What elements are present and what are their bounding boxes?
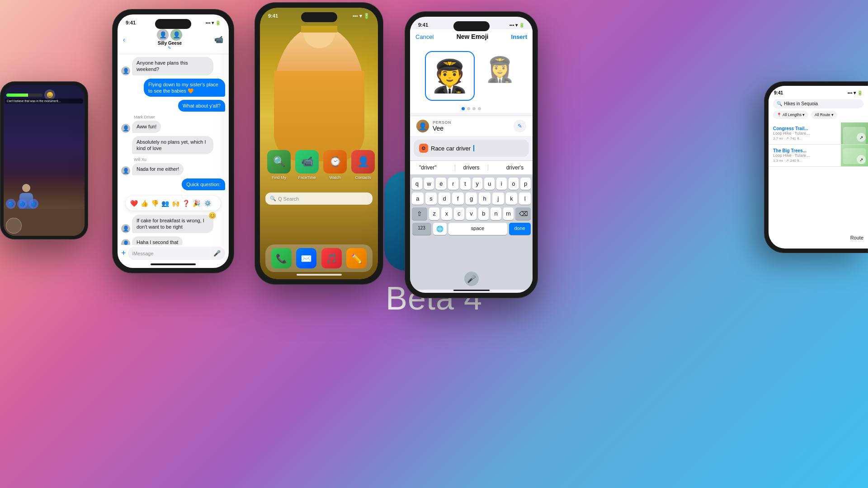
watch-icon: ⌚ xyxy=(323,150,347,174)
maps-search-bar[interactable]: 🔍 Hikes in Sequoia xyxy=(773,99,863,108)
sender-label: Mark Driver xyxy=(121,115,225,119)
autocorrect-driver-quoted[interactable]: "driver" xyxy=(419,164,437,171)
home-indicator xyxy=(297,274,342,276)
key-x[interactable]: x xyxy=(441,207,452,220)
emoji-text-input[interactable]: ⚙ Race car driver xyxy=(414,140,529,157)
key-m[interactable]: m xyxy=(503,207,514,220)
key-e[interactable]: e xyxy=(436,178,446,190)
video-call-btn[interactable]: 📹 xyxy=(214,35,223,44)
dock-pages[interactable]: ✏️ xyxy=(346,248,367,268)
key-q[interactable]: q xyxy=(412,178,422,190)
maps-phone: 9:41 ▪▪▪ ▾ 🔋 🔍 Hikes in Sequoia 📍 All Le… xyxy=(764,81,868,253)
messages-input[interactable]: iMessage 🎤 xyxy=(128,247,225,260)
app-icon-watch[interactable]: ⌚ Watch xyxy=(323,150,347,180)
key-a[interactable]: a xyxy=(412,192,424,205)
key-v[interactable]: v xyxy=(466,207,476,220)
key-p[interactable]: p xyxy=(520,178,531,190)
key-b[interactable]: b xyxy=(478,207,489,220)
dock-mail[interactable]: ✉️ xyxy=(296,248,316,268)
key-delete[interactable]: ⌫ xyxy=(515,207,531,220)
tapback-haha[interactable]: 👥 xyxy=(161,200,169,207)
key-n[interactable]: n xyxy=(491,207,501,220)
messages-back-btn[interactable]: ‹ xyxy=(123,36,125,43)
emoji-option-alt[interactable]: 👩‍✈️ xyxy=(482,51,518,87)
trail-item-1[interactable]: Congress Trail... Loop Hike · Tulare... … xyxy=(769,122,868,145)
key-t[interactable]: t xyxy=(460,178,471,190)
key-c[interactable]: c xyxy=(454,207,464,220)
key-i[interactable]: i xyxy=(496,178,507,190)
length-filter-label: All Lengths xyxy=(783,113,802,117)
message-bubble-sent: What about y'all? xyxy=(178,100,225,112)
key-o[interactable]: o xyxy=(509,178,519,190)
tapback-question[interactable]: ❓ xyxy=(182,200,190,207)
emoji-option-selected[interactable]: 🧑‍✈️ xyxy=(425,51,475,101)
tapback-thumbsdown[interactable]: 👎 xyxy=(151,200,159,207)
key-h[interactable]: h xyxy=(479,192,491,205)
key-globe[interactable]: 🌐 xyxy=(433,223,447,235)
key-shift[interactable]: ⇧ xyxy=(412,207,427,220)
maps-search-icon: 🔍 xyxy=(777,101,782,106)
person-type-label: PERSON xyxy=(433,120,451,125)
emoji-cancel-btn[interactable]: Cancel xyxy=(415,33,434,40)
key-u[interactable]: u xyxy=(484,178,495,190)
tapback-thumbsup[interactable]: 👍 xyxy=(141,200,148,207)
dot-2 xyxy=(467,107,470,110)
key-done[interactable]: done xyxy=(509,223,531,235)
sender-avatar: 👤 xyxy=(121,166,130,175)
autocorrect-drivers[interactable]: drivers xyxy=(455,164,488,171)
trail-item-2[interactable]: The Big Trees... Loop Hike · Tulare... 1… xyxy=(769,145,868,167)
sender-avatar: 👤 xyxy=(121,224,130,233)
key-numbers[interactable]: 123 xyxy=(412,223,431,235)
autocorrect-drivers-possessive[interactable]: driver's xyxy=(506,164,524,171)
emoji-insert-btn[interactable]: Insert xyxy=(511,33,527,40)
maps-content: Congress Trail... Loop Hike · Tulare... … xyxy=(769,122,868,249)
key-r[interactable]: r xyxy=(448,178,458,190)
key-d[interactable]: d xyxy=(439,192,450,205)
app-icon-findmy[interactable]: 🔍 Find My xyxy=(267,150,291,180)
tapback-exclaim[interactable]: 🙌 xyxy=(172,200,179,207)
key-k[interactable]: k xyxy=(506,192,518,205)
route-filter[interactable]: All Route ▾ xyxy=(811,111,837,119)
maps-status-icons: ▪▪▪ ▾ 🔋 xyxy=(848,90,863,95)
message-bubble-received: Anyone have plans this weekend? xyxy=(132,57,213,75)
trail-name-1: Congress Trail... xyxy=(773,126,836,131)
key-y[interactable]: y xyxy=(472,178,483,190)
app-icon-facetime[interactable]: 📹 FaceTime xyxy=(295,150,319,180)
contact-avatar-1: 👤 xyxy=(157,29,169,41)
reaction-emoji: 😊 xyxy=(208,212,216,219)
emoji-selection-area: 🧑‍✈️ 👩‍✈️ xyxy=(410,44,533,104)
key-s[interactable]: s xyxy=(425,192,437,205)
autocorrect-bar: "driver" drivers driver's xyxy=(410,160,533,174)
tapback-reactions[interactable]: ❤️ 👍 👎 👥 🙌 ❓ 🎉 ⚙️ xyxy=(126,196,221,211)
key-g[interactable]: g xyxy=(466,192,477,205)
watch-label: Watch xyxy=(329,175,340,180)
app-icon-contacts[interactable]: 👤 Contacts xyxy=(351,150,375,180)
length-filter-icon: 📍 xyxy=(777,113,782,117)
messages-status-icons: ▪▪▪ ▾ 🔋 xyxy=(206,20,221,25)
dock-music[interactable]: 🎵 xyxy=(321,248,342,268)
home-search-bar[interactable]: 🔍 Q Search xyxy=(265,192,373,205)
key-l[interactable]: l xyxy=(519,192,531,205)
emoji-nav-bar: Cancel New Emoji Insert xyxy=(410,29,533,44)
key-j[interactable]: j xyxy=(492,192,504,205)
message-row: 👤 If cake for breakfast is wrong, I don'… xyxy=(121,215,225,233)
tapback-more[interactable]: 🎉 xyxy=(193,200,200,207)
key-w[interactable]: w xyxy=(424,178,434,190)
message-bubble-received: Absolutely no plans yet, which I kind of… xyxy=(132,136,213,155)
contact-avatar-2: 👤 xyxy=(170,29,182,41)
trail-name-2: The Big Trees... xyxy=(773,148,836,153)
message-row: 👤 Nada for me either! xyxy=(121,163,225,175)
length-filter[interactable]: 📍 All Lengths ▾ xyxy=(773,111,808,119)
key-space[interactable]: space xyxy=(448,223,507,235)
dock-phone[interactable]: 📞 xyxy=(271,248,292,268)
key-f[interactable]: f xyxy=(452,192,464,205)
tapback-custom[interactable]: ⚙️ xyxy=(203,199,212,208)
edit-person-btn[interactable]: ✎ xyxy=(514,120,526,132)
message-row: Quick question: xyxy=(121,178,225,190)
key-z[interactable]: z xyxy=(429,207,439,220)
person-name: Vee xyxy=(433,125,451,132)
mic-btn[interactable]: 🎤 xyxy=(464,272,479,286)
tapback-heart[interactable]: ❤️ xyxy=(130,200,138,207)
messages-plus-btn[interactable]: + xyxy=(121,249,126,258)
keyboard-row-bottom: 123 🌐 space done xyxy=(410,221,533,239)
